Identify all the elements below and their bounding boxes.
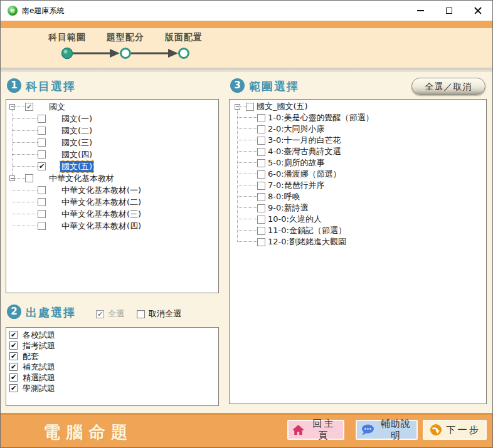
select-all-checkbox[interactable]: ✔ xyxy=(96,310,104,318)
source-checkbox[interactable]: ✔ xyxy=(9,373,18,382)
tree-checkbox[interactable] xyxy=(257,114,265,122)
subject-column: 1 科目選擇 ✔ 國文 國文(一) 國文(二) xyxy=(6,77,219,406)
next-step-button[interactable]: 下一步 xyxy=(423,420,487,440)
range-section-title: 範圍選擇 xyxy=(249,79,299,94)
wizard-steps: 科目範圍 題型配分 版面配置 xyxy=(1,28,492,68)
list-item: ✔ 補充試題 xyxy=(6,362,218,372)
list-item: ✔ 各校試題 xyxy=(6,330,218,340)
tree-checkbox[interactable] xyxy=(257,148,265,156)
tree-item-label[interactable]: 國文(三) xyxy=(60,137,93,148)
tree-checkbox[interactable] xyxy=(246,103,254,111)
select-all-toggle-button[interactable]: 全選／取消 xyxy=(411,78,485,95)
collapse-icon[interactable] xyxy=(9,104,15,110)
tree-item-label[interactable]: 6-0:潘渡娜（節選） xyxy=(267,169,342,180)
tree-row: 中華文化基本教材(二) xyxy=(6,196,218,208)
tree-checkbox[interactable] xyxy=(38,150,46,159)
tree-checkbox[interactable] xyxy=(38,198,46,206)
source-item-label[interactable]: 配套 xyxy=(23,351,39,362)
main-area: 1 科目選擇 ✔ 國文 國文(一) 國文(二) xyxy=(1,72,492,413)
list-item: ✔ 學測試題 xyxy=(6,383,218,393)
minimize-button[interactable] xyxy=(406,1,435,21)
header-shadow xyxy=(1,68,492,72)
collapse-icon[interactable] xyxy=(9,175,15,181)
tree-row: 4-0:臺灣古典詩文選 xyxy=(230,146,486,157)
tree-item-label[interactable]: 中華文化基本教材 xyxy=(48,173,115,184)
tree-checkbox[interactable] xyxy=(257,159,265,167)
tree-checkbox[interactable] xyxy=(257,193,265,201)
tree-row: 國文(二) xyxy=(6,125,218,137)
tree-item-label[interactable]: 12-0:劉姥姥進大觀園 xyxy=(267,236,347,247)
collapse-icon[interactable] xyxy=(235,104,240,110)
source-item-label[interactable]: 學測試題 xyxy=(23,383,55,394)
tree-item-label[interactable]: 國文(四) xyxy=(60,149,93,160)
tree-checkbox[interactable] xyxy=(257,216,265,224)
tree-item-label[interactable]: 4-0:臺灣古典詩文選 xyxy=(267,146,342,157)
source-item-label[interactable]: 指考試題 xyxy=(23,340,55,352)
source-section-header: 2 出處選擇 ✔ 全選 取消全選 xyxy=(6,303,219,322)
source-item-label[interactable]: 補充試題 xyxy=(23,362,55,373)
source-checkbox[interactable]: ✔ xyxy=(9,352,18,360)
tree-checkbox[interactable]: ✔ xyxy=(38,162,46,170)
source-item-label[interactable]: 精選試題 xyxy=(23,372,55,383)
tree-checkbox[interactable] xyxy=(38,115,46,123)
tree-item-label[interactable]: 國文(一) xyxy=(60,113,93,125)
tree-item-label[interactable]: 1-0:美是心靈的覺醒（節選） xyxy=(267,112,374,123)
tree-checkbox[interactable] xyxy=(257,137,265,145)
tree-item-label[interactable]: 10-0:久違的人 xyxy=(267,214,322,225)
tree-item-label[interactable]: 國文(五) xyxy=(60,161,93,172)
footer-brand: 電腦命題 xyxy=(43,421,134,444)
help-button[interactable]: 輔助說明 xyxy=(356,420,418,440)
deselect-all-checkbox[interactable] xyxy=(137,310,145,318)
tree-checkbox[interactable] xyxy=(257,125,265,133)
footer-bar: 電腦命題 回主頁 輔助說明 xyxy=(1,413,492,448)
maximize-icon xyxy=(446,8,452,14)
tree-row: 1-0:美是心靈的覺醒（節選） xyxy=(230,112,486,123)
tree-row: ✔ 國文 xyxy=(6,101,218,113)
list-item: ✔ 精選試題 xyxy=(6,372,218,383)
tree-item-label[interactable]: 9-0:新詩選 xyxy=(267,202,309,214)
tree-item-label[interactable]: 7-0:琵琶行并序 xyxy=(267,180,326,191)
tree-checkbox[interactable] xyxy=(257,182,265,190)
tree-item-label[interactable]: 國文(二) xyxy=(60,125,93,137)
tree-row: 8-0:呼喚 xyxy=(230,191,486,202)
tree-row: 10-0:久違的人 xyxy=(230,214,486,225)
tree-checkbox[interactable] xyxy=(25,174,33,182)
tree-item-label[interactable]: 中華文化基本教材(二) xyxy=(60,197,142,208)
next-arrow-icon xyxy=(430,424,442,436)
help-bubble-icon xyxy=(361,424,374,435)
tree-checkbox[interactable] xyxy=(257,170,265,179)
next-button-label: 下一步 xyxy=(447,424,480,436)
tree-checkbox[interactable] xyxy=(257,238,265,246)
range-column: 3 範圍選擇 全選／取消 國文_國文(五) 1-0:美是心靈的覺醒（節選） 2-… xyxy=(229,77,487,404)
tree-checkbox[interactable] xyxy=(38,138,46,147)
tree-row: 國文(四) xyxy=(6,148,218,160)
tree-item-label[interactable]: 中華文化基本教材(三) xyxy=(60,209,142,220)
tree-item-label[interactable]: 國文 xyxy=(48,102,66,113)
tree-row-selected: ✔ 國文(五) xyxy=(6,160,218,172)
maximize-button[interactable] xyxy=(435,1,464,21)
tree-item-label[interactable]: 中華文化基本教材(四) xyxy=(60,221,142,232)
source-item-label[interactable]: 各校試題 xyxy=(23,330,55,341)
tree-item-label[interactable]: 5-0:廁所的故事 xyxy=(267,157,326,169)
tree-item-label[interactable]: 11-0:金鎖記（節選） xyxy=(267,225,347,236)
tree-checkbox[interactable] xyxy=(257,204,265,212)
close-button[interactable] xyxy=(464,1,492,21)
source-checkbox[interactable]: ✔ xyxy=(9,331,18,339)
source-checkbox[interactable]: ✔ xyxy=(9,341,18,350)
tree-checkbox[interactable] xyxy=(38,127,46,135)
tree-checkbox[interactable] xyxy=(38,222,46,230)
home-button[interactable]: 回主頁 xyxy=(287,420,344,440)
tree-item-label[interactable]: 2-0:大同與小康 xyxy=(267,123,326,135)
tree-item-label[interactable]: 3-0:十一月的白芒花 xyxy=(267,135,342,146)
tree-checkbox[interactable] xyxy=(38,186,46,194)
subject-section-title: 科目選擇 xyxy=(26,79,76,94)
tree-item-label[interactable]: 國文_國文(五) xyxy=(256,101,309,112)
tree-item-label[interactable]: 中華文化基本教材(一) xyxy=(60,185,142,196)
help-button-label: 輔助說明 xyxy=(379,418,413,442)
tree-checkbox[interactable] xyxy=(257,227,265,235)
tree-item-label[interactable]: 8-0:呼喚 xyxy=(267,191,301,202)
tree-checkbox[interactable]: ✔ xyxy=(25,103,33,111)
source-checkbox[interactable]: ✔ xyxy=(9,363,18,371)
tree-checkbox[interactable] xyxy=(38,210,46,218)
source-checkbox[interactable]: ✔ xyxy=(9,384,18,392)
